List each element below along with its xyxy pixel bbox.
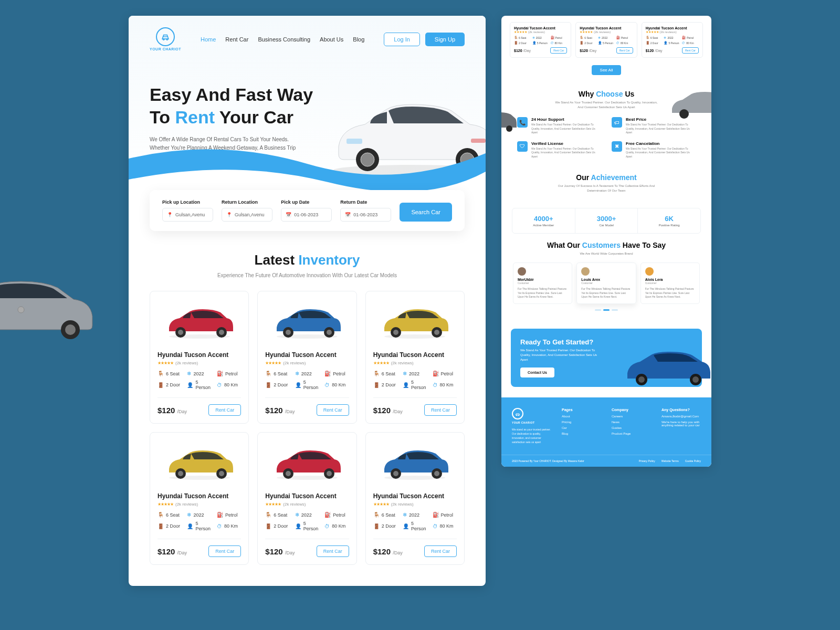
dot[interactable] [595,309,601,311]
rent-button[interactable]: Rent Car [317,404,349,416]
footer-bottom-link[interactable]: Privacy Policy [639,459,655,463]
footer-logo-icon [512,408,523,419]
speed-icon: ⏱ [324,382,330,388]
car-card[interactable]: Hyundai Tucson Accent ★★★★★ (2k reviews)… [575,22,637,58]
footer-link[interactable]: Car [562,426,601,429]
year-icon: ❄ [187,512,191,518]
card-footer: $120 /Day Rent Car [158,397,241,416]
person-icon: 👤 [403,523,409,529]
rent-button[interactable]: Rent Car [550,47,567,54]
search-button[interactable]: Search Car [400,203,452,222]
door-icon: 🚪 [373,382,380,388]
footer-link[interactable]: Blog [562,432,601,435]
seat-icon: 🪑 [158,371,164,376]
card-footer: $120 /Day Rent Car [373,539,457,557]
footer-link[interactable]: AnsanuJkabir@gmail.Com [662,415,701,418]
mini-car-grid: Hyundai Tucson Accent ★★★★★ (2k reviews)… [501,16,711,58]
testimonial-text: For The Windows Talking Painted Pasture … [645,287,695,299]
car-card[interactable]: Hyundai Tucson Accent ★★★★★(2k reviews) … [150,432,249,565]
car-name: Hyundai Tucson Accent [514,26,567,30]
login-button[interactable]: Log In [384,33,420,46]
footer-link[interactable]: Product Page [612,432,651,435]
feature-title: Free Cancelation [626,141,696,146]
footer-bottom-links: Privacy PolicyWebsite TermsCookie Policy [639,459,701,463]
stat-item: 3000+Car Model [575,208,638,233]
footer-links: AnsanuJkabir@gmail.ComWe're here to help… [662,415,701,427]
return-date-input[interactable]: 📅01-06-2023 [340,208,391,222]
contact-us-button[interactable]: Contact Us [520,368,554,377]
testimonial-name: Alois Lera [645,278,695,281]
car-card[interactable]: Hyundai Tucson Accent ★★★★★(2k reviews) … [257,432,356,565]
stars-icon: ★★★★★ [158,361,173,365]
car-name: Hyundai Tucson Accent [265,492,349,500]
pickup-date-input[interactable]: 📅01-06-2023 [281,208,332,222]
car-card[interactable]: Hyundai Tucson Accent ★★★★★(2k reviews) … [365,432,465,565]
rating-row: ★★★★★(2k reviews) [158,502,241,507]
rent-button[interactable]: Rent Car [208,545,241,557]
nav-home[interactable]: Home [201,36,216,43]
car-card[interactable]: Hyundai Tucson Accent ★★★★★(2k reviews) … [365,291,465,424]
rent-button[interactable]: Rent Car [682,47,699,54]
car-image [158,440,241,487]
inventory-subtitle: Experience The Future Of Automotive Inno… [150,272,465,278]
specs: 🪑6 Seat ❄2022 ⛽Petrol 🚪2 Door 👤5 Person … [514,36,567,45]
footer-link[interactable]: Careers [612,415,651,418]
return-location-input[interactable]: 📍Gulsan,Avenu [222,208,272,222]
car-name: Hyundai Tucson Accent [158,351,241,359]
rating-row: ★★★★★(2k reviews) [265,502,349,507]
car-card[interactable]: Hyundai Tucson Accent ★★★★★(2k reviews) … [257,291,356,424]
return-date-field: Return Date 📅01-06-2023 [340,200,391,222]
why-choose-section: Why Choose Us We Stand As Your Trusted P… [501,82,711,166]
footer-link[interactable]: Pricing [562,421,601,424]
fuel-icon: ⛽ [433,512,439,518]
footer-logo-text: YOUR CHARIOT [512,421,534,424]
rent-button[interactable]: Rent Car [208,404,241,416]
rent-button[interactable]: Rent Car [317,545,349,557]
logo[interactable]: YOUR CHARIOT [150,27,181,51]
stars-icon: ★★★★★ (2k reviews) [514,30,567,34]
nav-rent[interactable]: Rent Car [225,36,248,43]
stars-icon: ★★★★★ [373,361,389,365]
footer-bottom-link[interactable]: Website Terms [662,459,679,463]
main-page: YOUR CHARIOT Home Rent Car Business Cons… [129,16,486,586]
specs: 🪑6 Seat ❄2022 ⛽Petrol 🚪2 Door 👤5 Person … [373,512,457,531]
svg-point-47 [506,125,512,132]
rent-button[interactable]: Rent Car [424,545,457,557]
see-all-button[interactable]: See All [592,65,622,75]
cta-title: Ready To Get Started? [520,338,692,346]
nav-about[interactable]: About Us [320,36,343,43]
footer-link[interactable]: We're here to help you with anything rel… [662,421,701,427]
rating-row: ★★★★★(2k reviews) [158,361,241,365]
footer-bottom-link[interactable]: Cookie Policy [685,459,701,463]
specs: 🪑6 Seat ❄2022 ⛽Petrol 🚪2 Door 👤5 Person … [265,371,349,390]
nav-consulting[interactable]: Business Consulting [258,36,310,43]
car-card[interactable]: Hyundai Tucson Accent ★★★★★ (2k reviews)… [510,22,571,58]
testimonial-card: Louis Arex Customer For The Windows Talk… [576,262,636,304]
car-name: Hyundai Tucson Accent [265,351,349,359]
stat-number: 3000+ [578,215,636,223]
side-car-left-decoration [501,109,517,135]
car-card[interactable]: Hyundai Tucson Accent ★★★★★(2k reviews) … [150,291,249,424]
door-icon: 🚪 [158,523,164,529]
rent-button[interactable]: Rent Car [616,47,633,54]
avatar [581,267,590,276]
return-date-label: Return Date [340,200,391,205]
dot-active[interactable] [603,309,610,311]
speed-icon: ⏱ [324,523,330,529]
dot[interactable] [612,309,618,311]
pickup-date-label: Pick up Date [281,200,332,205]
footer-link[interactable]: News [612,421,651,424]
car-card[interactable]: Hyundai Tucson Accent ★★★★★ (2k reviews)… [642,22,703,58]
nav-blog[interactable]: Blog [353,36,364,43]
seat-icon: 🪑 [373,371,380,376]
card-footer: $120 /Day Rent Car [373,397,457,416]
person-icon: 👤 [295,382,301,388]
car-name: Hyundai Tucson Accent [580,26,633,30]
rating-row: ★★★★★(2k reviews) [373,502,457,507]
footer-link[interactable]: About [562,415,601,418]
rent-button[interactable]: Rent Car [424,404,457,416]
nav-actions: Log In Sign Up [384,33,465,46]
signup-button[interactable]: Sign Up [425,33,465,46]
pickup-location-input[interactable]: 📍Gulsan,Avenu [162,208,213,222]
footer-link[interactable]: Guides [612,426,651,429]
